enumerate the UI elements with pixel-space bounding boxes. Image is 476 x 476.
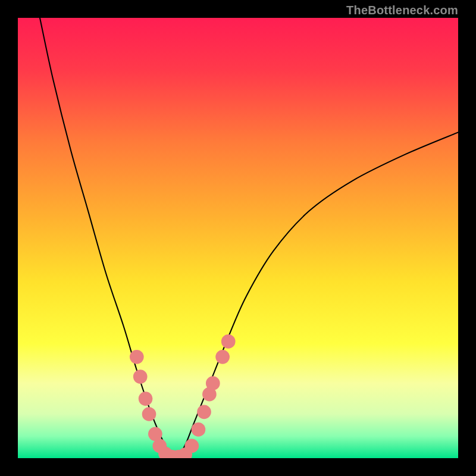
chart-svg [18,18,458,458]
highlight-dot [133,369,148,384]
highlight-dot [192,422,206,437]
chart-frame: TheBottleneck.com [0,0,476,476]
highlight-dot [130,350,144,364]
highlight-dot [184,439,199,453]
highlight-dot [139,392,153,406]
highlight-dot [197,405,211,419]
highlight-dot [215,350,230,364]
highlight-dots [130,334,236,458]
highlight-dot [221,334,236,349]
watermark-text: TheBottleneck.com [346,4,458,17]
highlight-dot [142,407,156,421]
plot-area [18,18,458,458]
highlight-dot [206,376,220,390]
bottleneck-curve [40,18,458,458]
